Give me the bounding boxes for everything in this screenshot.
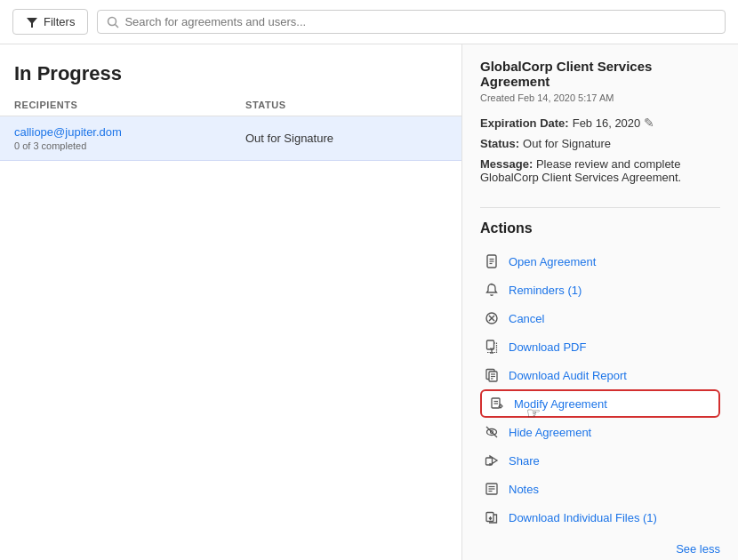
expiration-label: Expiration Date: <box>480 116 569 130</box>
right-panel: GlobalCorp Client Services Agreement Cre… <box>462 44 738 560</box>
cancel-icon <box>484 310 500 326</box>
actions-list: Open AgreementReminders (1)CancelDownloa… <box>480 247 720 532</box>
share-icon <box>484 452 500 468</box>
recipients-column-header: RECIPIENTS <box>14 100 245 110</box>
share-label: Share <box>509 454 540 468</box>
search-bar <box>97 10 726 34</box>
hide-agreement-label: Hide Agreement <box>509 426 591 439</box>
expiration-value: Feb 16, 2020 <box>573 116 641 130</box>
status-row: Status: Out for Signature <box>480 137 720 150</box>
download-files-icon <box>484 509 500 525</box>
recipient-info: calliope@jupiter.dom 0 of 3 completed <box>14 125 245 151</box>
edit-expiration-icon[interactable]: ✎ <box>644 116 654 130</box>
svg-point-1 <box>108 17 116 25</box>
action-item-download-pdf[interactable]: Download PDF <box>480 332 720 361</box>
action-item-modify-agreement[interactable]: Modify Agreement☞ <box>480 389 720 418</box>
modify-agreement-label: Modify Agreement <box>514 397 607 411</box>
search-icon <box>107 16 119 28</box>
search-input[interactable] <box>124 15 716 28</box>
filter-button[interactable]: Filters <box>12 9 88 35</box>
row-status: Out for Signature <box>245 132 447 145</box>
recipient-email: calliope@jupiter.dom <box>14 125 245 139</box>
notes-label: Notes <box>509 483 539 496</box>
hide-agreement-icon <box>484 424 500 440</box>
status-value: Out for Signature <box>523 137 611 150</box>
agreement-title: GlobalCorp Client Services Agreement <box>480 59 720 89</box>
action-item-open-agreement[interactable]: Open Agreement <box>480 247 720 276</box>
message-label: Message: <box>480 157 533 171</box>
open-agreement-icon <box>484 253 500 269</box>
section-title: In Progress <box>0 44 461 94</box>
reminders-label: Reminders (1) <box>509 284 582 297</box>
svg-marker-0 <box>27 18 37 28</box>
modify-agreement-icon <box>489 396 505 412</box>
expiration-row: Expiration Date: Feb 16, 2020 ✎ <box>480 116 720 130</box>
reminders-icon <box>484 282 500 298</box>
open-agreement-label: Open Agreement <box>509 255 596 268</box>
action-item-hide-agreement[interactable]: Hide Agreement <box>480 418 720 446</box>
download-audit-icon <box>484 367 500 383</box>
top-bar: Filters <box>0 0 738 44</box>
main-area: In Progress RECIPIENTS STATUS calliope@j… <box>0 44 738 560</box>
left-panel: In Progress RECIPIENTS STATUS calliope@j… <box>0 44 462 560</box>
recipient-completed: 0 of 3 completed <box>14 140 245 151</box>
action-item-share[interactable]: Share <box>480 446 720 475</box>
download-pdf-label: Download PDF <box>509 340 586 354</box>
svg-line-23 <box>486 427 497 437</box>
action-item-notes[interactable]: Notes <box>480 475 720 503</box>
download-audit-label: Download Audit Report <box>509 369 627 382</box>
divider <box>480 207 720 208</box>
status-label: Status: <box>480 137 519 150</box>
download-pdf-icon <box>484 339 500 355</box>
action-item-cancel[interactable]: Cancel <box>480 304 720 332</box>
created-text: Created Feb 14, 2020 5:17 AM <box>480 92 720 103</box>
notes-icon <box>484 481 500 497</box>
table-header: RECIPIENTS STATUS <box>0 94 461 116</box>
message-row: Message: Please review and complete Glob… <box>480 157 720 184</box>
actions-title: Actions <box>480 220 720 236</box>
download-files-label: Download Individual Files (1) <box>509 511 657 524</box>
table-row[interactable]: calliope@jupiter.dom 0 of 3 completed Ou… <box>0 116 461 161</box>
filter-label: Filters <box>44 15 75 28</box>
svg-line-2 <box>116 24 119 28</box>
cancel-label: Cancel <box>509 312 544 325</box>
action-item-download-audit[interactable]: Download Audit Report <box>480 361 720 389</box>
see-less-link[interactable]: See less <box>480 535 720 556</box>
status-column-header: STATUS <box>245 100 447 110</box>
action-item-reminders[interactable]: Reminders (1) <box>480 276 720 304</box>
filter-icon <box>26 16 38 28</box>
action-item-download-files[interactable]: Download Individual Files (1) <box>480 503 720 532</box>
